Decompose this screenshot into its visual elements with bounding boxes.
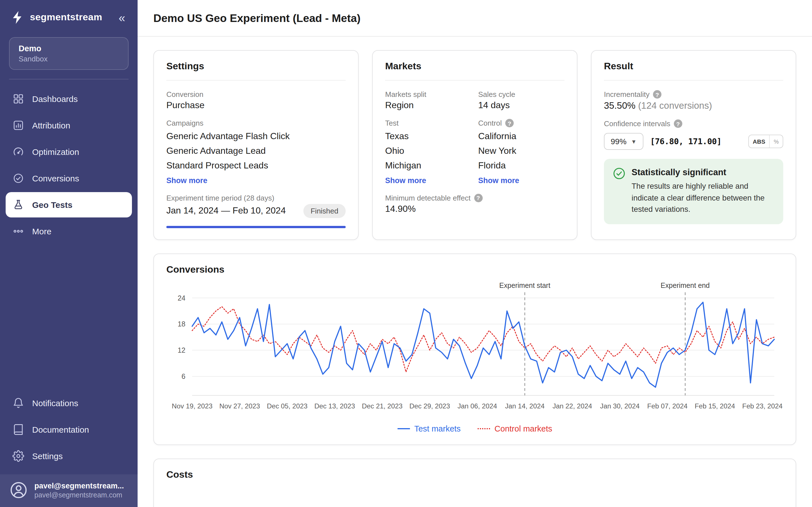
svg-text:Nov 27, 2023: Nov 27, 2023	[219, 402, 260, 409]
help-icon[interactable]	[505, 119, 514, 127]
project-selector[interactable]: Demo Sandbox	[9, 37, 129, 70]
mde-label: Minimum detectable effect	[385, 193, 564, 202]
svg-text:6: 6	[182, 372, 186, 380]
confidence-level-value: 99%	[611, 137, 626, 146]
sidebar-item-geo-tests[interactable]: Geo Tests	[6, 192, 132, 217]
incrementality-field: Incrementality 35.50% (124 conversions)	[604, 90, 783, 111]
help-icon[interactable]	[474, 193, 483, 202]
chevron-down-icon	[631, 138, 637, 145]
svg-text:Experiment end: Experiment end	[661, 281, 710, 289]
mde-field: Minimum detectable effect 14.90%	[385, 193, 564, 214]
market-item: Florida	[478, 158, 564, 173]
markets-split-value: Region	[385, 100, 471, 110]
more-dots-icon	[12, 225, 24, 237]
spacer	[166, 218, 346, 226]
help-icon[interactable]	[674, 119, 682, 128]
svg-text:Dec 13, 2023: Dec 13, 2023	[314, 402, 355, 409]
experiment-period-value: Jan 14, 2024 — Feb 10, 2024	[166, 206, 286, 216]
avatar	[9, 481, 28, 500]
sidebar-nav: Dashboards Attribution Optimization Conv…	[0, 86, 138, 244]
conversion-value: Purchase	[166, 100, 346, 110]
campaigns-show-more-link[interactable]: Show more	[166, 176, 207, 184]
segmentstream-logo-icon	[10, 10, 25, 25]
test-markets-show-more-link[interactable]: Show more	[385, 176, 426, 184]
sidebar-item-notifications[interactable]: Notifications	[6, 390, 132, 416]
sidebar-item-dashboards[interactable]: Dashboards	[6, 86, 132, 112]
settings-card-title: Settings	[166, 61, 346, 72]
campaign-item: Standard Prospect Leads	[166, 158, 346, 173]
sidebar-item-settings[interactable]: Settings	[6, 443, 132, 469]
percent-toggle-button[interactable]: %	[769, 135, 783, 148]
test-markets-label: Test	[385, 119, 471, 127]
significance-banner: Statistically significant The results ar…	[604, 159, 783, 224]
markets-card: Markets Markets split Region Sales cycle…	[372, 50, 577, 240]
gear-icon	[12, 450, 24, 462]
sidebar-item-conversions[interactable]: Conversions	[6, 166, 132, 191]
sidebar-divider	[9, 79, 129, 79]
sidebar-item-label: Optimization	[32, 147, 79, 157]
content: Settings Conversion Purchase Campaigns G…	[138, 37, 812, 507]
svg-text:12: 12	[177, 346, 186, 354]
markets-card-title: Markets	[385, 61, 564, 72]
campaign-item: Generic Advantage Lead	[166, 144, 346, 158]
legend-control-markets: Control markets	[477, 425, 552, 434]
confidence-level-select[interactable]: 99%	[604, 133, 644, 150]
abs-toggle-button[interactable]: ABS	[749, 135, 769, 148]
market-item: Ohio	[385, 144, 471, 158]
sidebar-item-attribution[interactable]: Attribution	[6, 113, 132, 138]
svg-text:24: 24	[177, 294, 186, 302]
optimization-gauge-icon	[12, 146, 24, 158]
svg-text:Dec 21, 2023: Dec 21, 2023	[362, 402, 403, 409]
confidence-intervals-label-text: Confidence intervals	[604, 119, 670, 128]
divider	[385, 80, 564, 80]
book-icon	[12, 424, 24, 436]
control-markets-label-text: Control	[478, 119, 502, 127]
control-line-swatch	[477, 429, 490, 430]
collapse-sidebar-icon[interactable]: «	[116, 10, 128, 24]
confidence-intervals-label: Confidence intervals	[604, 119, 783, 128]
sidebar-item-optimization[interactable]: Optimization	[6, 139, 132, 165]
sales-cycle-field: Sales cycle 14 days	[478, 90, 564, 110]
experiment-period-row: Jan 14, 2024 — Feb 10, 2024 Finished	[166, 204, 346, 218]
svg-text:Feb 15, 2024: Feb 15, 2024	[695, 402, 735, 409]
svg-text:Jan 06, 2024: Jan 06, 2024	[458, 402, 497, 409]
user-email: pavel@segmentstream.com	[35, 491, 124, 499]
costs-card: Costs	[153, 459, 796, 507]
app-root: segmentstream « Demo Sandbox Dashboards …	[0, 0, 812, 507]
sidebar-item-label: Conversions	[32, 173, 79, 183]
significance-description: The results are highly reliable and indi…	[631, 181, 774, 216]
control-markets-field: Control California New York Florida Show…	[478, 119, 564, 185]
market-item: New York	[478, 144, 564, 158]
market-item: California	[478, 129, 564, 144]
main-area: Demo US Geo Experiment (Lead - Meta) Set…	[138, 0, 812, 507]
sidebar-footer-nav: Notifications Documentation Settings	[0, 390, 138, 469]
experiment-period-label: Experiment time period (28 days)	[166, 193, 346, 202]
unit-toggle: ABS %	[748, 135, 783, 148]
confidence-intervals-row: 99% [76.80, 171.00] ABS %	[604, 133, 783, 150]
sidebar-item-label: Notifications	[32, 398, 78, 408]
sales-cycle-label: Sales cycle	[478, 90, 564, 99]
sales-cycle-value: 14 days	[478, 100, 564, 110]
markets-split-label: Markets split	[385, 90, 471, 99]
incrementality-label: Incrementality	[604, 90, 783, 99]
help-icon[interactable]	[653, 90, 661, 99]
sidebar-item-documentation[interactable]: Documentation	[6, 417, 132, 442]
svg-text:Dec 29, 2023: Dec 29, 2023	[409, 402, 450, 409]
svg-text:Jan 30, 2024: Jan 30, 2024	[600, 402, 640, 409]
summary-cards-row: Settings Conversion Purchase Campaigns G…	[153, 50, 796, 240]
sidebar-item-more[interactable]: More	[6, 219, 132, 244]
check-circle-icon	[613, 167, 625, 180]
market-item: Texas	[385, 129, 471, 144]
test-markets-field: Test Texas Ohio Michigan Show more	[385, 119, 471, 185]
result-card: Result Incrementality 35.50% (124 conver…	[591, 50, 796, 240]
svg-text:Dec 05, 2023: Dec 05, 2023	[267, 402, 307, 409]
user-account[interactable]: pavel@segmentstream... pavel@segmentstre…	[0, 474, 138, 507]
page-header: Demo US Geo Experiment (Lead - Meta)	[138, 0, 812, 37]
project-name: Demo	[18, 44, 119, 53]
markets-split-field: Markets split Region	[385, 90, 471, 110]
incrementality-value: 35.50% (124 conversions)	[604, 100, 783, 111]
attribution-chart-icon	[12, 119, 24, 131]
control-markets-label: Control	[478, 119, 564, 127]
settings-card: Settings Conversion Purchase Campaigns G…	[153, 50, 359, 240]
control-markets-show-more-link[interactable]: Show more	[478, 176, 519, 184]
